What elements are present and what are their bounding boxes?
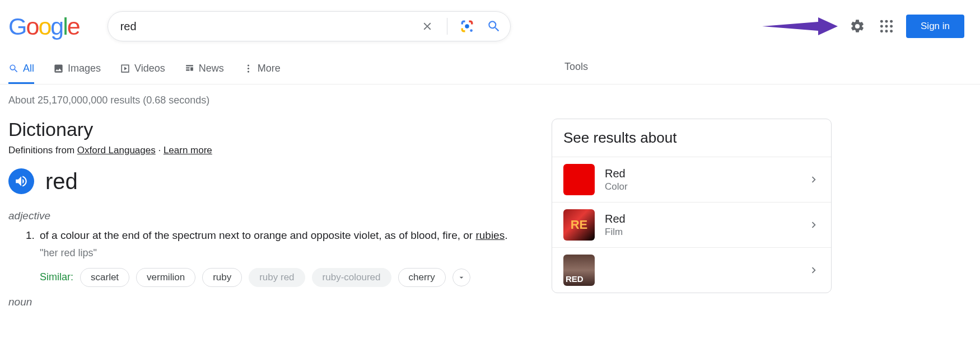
similar-chip[interactable]: ruby-coloured: [312, 268, 391, 287]
svg-point-11: [248, 64, 249, 66]
chevron-down-icon: [457, 273, 466, 282]
similar-chip[interactable]: scarlet: [80, 268, 129, 287]
panel-title: See results about: [552, 119, 831, 157]
svg-point-4: [890, 20, 893, 23]
divider: [447, 18, 447, 35]
svg-point-9: [885, 30, 888, 32]
search-icon: [8, 63, 19, 74]
tabs-bar: All Images Videos News More Tools: [0, 57, 980, 84]
search-box[interactable]: [108, 11, 511, 41]
settings-icon[interactable]: [848, 17, 867, 36]
tab-label: Videos: [134, 63, 165, 74]
panel-item-color[interactable]: Red Color: [552, 157, 831, 202]
tab-label: News: [199, 63, 224, 74]
thumbnail: [563, 255, 595, 286]
definition-link[interactable]: rubies: [475, 229, 505, 241]
tabs: All Images Videos News More: [8, 57, 281, 84]
thumbnail: [563, 209, 595, 241]
similar-chip[interactable]: ruby red: [249, 268, 305, 287]
panel-text: Red Color: [605, 167, 628, 192]
panel-item-film[interactable]: Red Film: [552, 202, 831, 247]
lens-icon[interactable]: [458, 17, 477, 36]
chevron-right-icon: [808, 219, 820, 231]
tab-label: Images: [68, 63, 101, 74]
speaker-icon: [14, 174, 29, 189]
svg-point-13: [248, 70, 249, 72]
part-of-speech: noun: [8, 296, 524, 308]
svg-point-5: [880, 25, 883, 28]
svg-point-2: [880, 20, 883, 23]
dictionary-title: Dictionary: [8, 119, 524, 140]
similar-chip[interactable]: vermilion: [136, 268, 195, 287]
main-column: Dictionary Definitions from Oxford Langu…: [8, 119, 524, 308]
chevron-right-icon: [808, 173, 820, 186]
example-sentence: "her red lips": [40, 246, 524, 260]
similar-row: Similar: scarlet vermilion ruby ruby red…: [40, 268, 524, 287]
tab-images[interactable]: Images: [53, 57, 101, 84]
search-actions: [418, 17, 503, 36]
google-logo[interactable]: Google: [8, 13, 80, 40]
definitions: of a colour at the end of the spectrum n…: [18, 228, 524, 260]
side-column: See results about Red Color Red Film: [552, 119, 832, 308]
tab-label: All: [23, 63, 34, 74]
result-stats: About 25,170,000,000 results (0.68 secon…: [0, 84, 980, 106]
headword: red: [45, 169, 78, 194]
svg-point-7: [890, 25, 893, 28]
similar-chip[interactable]: cherry: [398, 268, 446, 287]
tab-videos[interactable]: Videos: [120, 57, 165, 84]
svg-point-0: [465, 24, 469, 28]
more-icon: [243, 63, 254, 74]
tab-more[interactable]: More: [243, 57, 281, 84]
search-icon[interactable]: [484, 17, 503, 36]
tools-button[interactable]: Tools: [564, 61, 588, 81]
header: Google Sign in: [0, 0, 980, 41]
similar-chip[interactable]: ruby: [202, 268, 242, 287]
source-link[interactable]: Oxford Languages: [77, 145, 156, 156]
learn-more-link[interactable]: Learn more: [164, 145, 212, 156]
content: Dictionary Definitions from Oxford Langu…: [0, 119, 980, 308]
svg-point-8: [880, 30, 883, 32]
part-of-speech: adjective: [8, 210, 524, 222]
apps-icon[interactable]: [877, 17, 896, 36]
image-icon: [53, 63, 64, 74]
panel-text: Red Film: [605, 213, 626, 238]
header-right: Sign in: [762, 14, 964, 39]
dictionary-source: Definitions from Oxford Languages · Lear…: [8, 145, 524, 156]
svg-point-3: [885, 20, 888, 23]
tab-all[interactable]: All: [8, 57, 34, 84]
svg-point-12: [248, 68, 249, 69]
tab-label: More: [258, 63, 281, 74]
knowledge-panel: See results about Red Color Red Film: [552, 119, 832, 293]
news-icon: [184, 63, 195, 74]
clear-icon[interactable]: [418, 17, 437, 36]
video-icon: [120, 63, 130, 74]
signin-button[interactable]: Sign in: [906, 15, 964, 38]
pronounce-button[interactable]: [8, 168, 34, 194]
search-input[interactable]: [120, 20, 418, 33]
svg-point-10: [890, 30, 893, 32]
svg-point-6: [885, 25, 888, 28]
similar-label: Similar:: [40, 271, 73, 283]
svg-point-1: [470, 29, 473, 32]
panel-item-film2[interactable]: [552, 247, 831, 293]
chevron-right-icon: [808, 264, 820, 276]
expand-similar-button[interactable]: [452, 269, 470, 286]
word-row: red: [8, 168, 524, 194]
tab-news[interactable]: News: [184, 57, 224, 84]
thumbnail: [563, 164, 595, 195]
arrow-annotation: [762, 14, 838, 39]
definition-item: of a colour at the end of the spectrum n…: [38, 228, 524, 260]
